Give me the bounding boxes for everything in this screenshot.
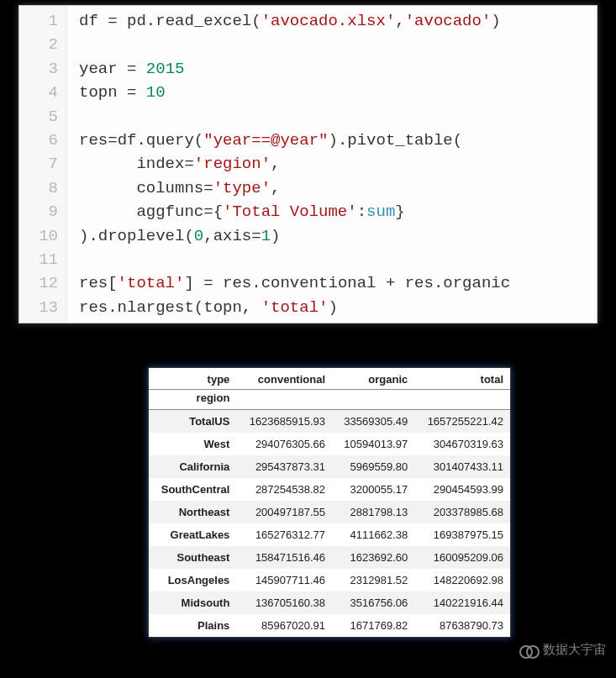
cell: 2881798.13 [332, 501, 414, 523]
code-line: aggfunc={'Total Volume':sum} [79, 200, 510, 223]
cell: 148220692.98 [414, 569, 510, 591]
cell: 1623685915.93 [236, 410, 332, 434]
code-line: res.nlargest(topn, 'total') [79, 296, 510, 319]
code-line: res['total'] = res.conventional + res.or… [79, 271, 510, 295]
table-row: Plains85967020.911671769.8287638790.73 [149, 614, 510, 637]
row-header: Midsouth [149, 591, 236, 614]
table-row: West294076305.6610594013.97304670319.63 [149, 433, 510, 455]
table-row: Midsouth136705160.383516756.06140221916.… [149, 591, 510, 614]
cell: 304670319.63 [414, 433, 510, 455]
columns-name-header: type [149, 368, 236, 390]
col-header: total [414, 368, 510, 390]
cell: 1671769.82 [332, 614, 414, 637]
table-row: SouthCentral287254538.823200055.17290454… [149, 478, 510, 501]
cell: 290454593.99 [414, 478, 510, 501]
line-number: 12 [26, 271, 58, 295]
row-header: GreatLakes [149, 523, 236, 546]
cell: 200497187.55 [236, 501, 332, 523]
code-line [79, 248, 510, 271]
index-name-header: region [149, 390, 236, 410]
line-number: 13 [26, 296, 58, 319]
row-header: Southeast [149, 546, 236, 569]
cell: 287254538.82 [236, 478, 332, 501]
table-row: California295437873.315969559.8030140743… [149, 455, 510, 478]
row-header: LosAngeles [149, 569, 236, 591]
code-line: year = 2015 [79, 57, 510, 81]
code-source: df = pd.read_excel('avocado.xlsx','avoca… [67, 6, 519, 323]
code-line: index='region', [79, 152, 510, 176]
code-gutter: 12345678910111213 [19, 6, 67, 323]
code-line: res=df.query("year==@year").pivot_table( [79, 129, 510, 152]
watermark-text: 数据大宇宙 [543, 642, 606, 658]
col-header: organic [332, 368, 414, 390]
cell: 169387975.15 [414, 523, 510, 546]
cell: 87638790.73 [414, 614, 510, 637]
col-header: conventional [236, 368, 332, 390]
code-block: 12345678910111213 df = pd.read_excel('av… [18, 5, 598, 323]
code-line [79, 105, 510, 129]
cell: 1623692.60 [332, 546, 414, 569]
row-header: TotalUS [149, 410, 236, 434]
cell: 145907711.46 [236, 569, 332, 591]
output-table: type conventional organic total region T… [148, 367, 511, 638]
cell: 203378985.68 [414, 501, 510, 523]
cell: 160095209.06 [414, 546, 510, 569]
row-header: West [149, 433, 236, 455]
line-number: 7 [26, 152, 58, 176]
code-line: columns='type', [79, 176, 510, 200]
row-header: California [149, 455, 236, 478]
table-row: Southeast158471516.461623692.60160095209… [149, 546, 510, 569]
line-number: 6 [26, 129, 58, 152]
line-number: 9 [26, 200, 58, 223]
cell: 5969559.80 [332, 455, 414, 478]
line-number: 4 [26, 81, 58, 104]
code-line: topn = 10 [79, 81, 510, 104]
row-header: Northeast [149, 501, 236, 523]
line-number: 3 [26, 57, 58, 81]
cell: 165276312.77 [236, 523, 332, 546]
pivot-table: type conventional organic total region T… [149, 368, 510, 637]
code-line: df = pd.read_excel('avocado.xlsx','avoca… [79, 9, 510, 33]
watermark: 数据大宇宙 [519, 642, 606, 658]
line-number: 11 [26, 248, 58, 271]
cell: 10594013.97 [332, 433, 414, 455]
cell: 295437873.31 [236, 455, 332, 478]
cell: 301407433.11 [414, 455, 510, 478]
line-number: 1 [26, 9, 58, 33]
cell: 2312981.52 [332, 569, 414, 591]
cell: 3516756.06 [332, 591, 414, 614]
cell: 85967020.91 [236, 614, 332, 637]
cell: 294076305.66 [236, 433, 332, 455]
table-row: LosAngeles145907711.462312981.5214822069… [149, 569, 510, 591]
cell: 136705160.38 [236, 591, 332, 614]
cell: 33569305.49 [332, 410, 414, 434]
cell: 3200055.17 [332, 478, 414, 501]
table-row: GreatLakes165276312.774111662.3816938797… [149, 523, 510, 546]
line-number: 2 [26, 33, 58, 56]
cell: 4111662.38 [332, 523, 414, 546]
row-header: Plains [149, 614, 236, 637]
cell: 140221916.44 [414, 591, 510, 614]
table-row: TotalUS1623685915.9333569305.49165725522… [149, 410, 510, 434]
line-number: 10 [26, 224, 58, 248]
cell: 158471516.46 [236, 546, 332, 569]
code-line [79, 33, 510, 56]
row-header: SouthCentral [149, 478, 236, 501]
line-number: 8 [26, 176, 58, 200]
wechat-icon [519, 643, 538, 658]
code-line: ).droplevel(0,axis=1) [79, 224, 510, 248]
line-number: 5 [26, 105, 58, 129]
cell: 1657255221.42 [414, 410, 510, 434]
table-row: Northeast200497187.552881798.13203378985… [149, 501, 510, 523]
